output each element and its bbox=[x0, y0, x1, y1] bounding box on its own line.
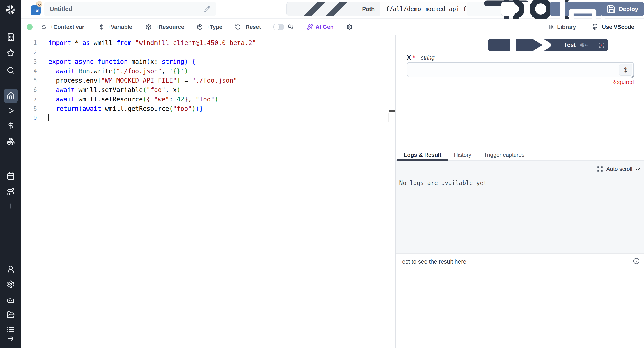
line-number: 3 bbox=[22, 58, 37, 65]
wand-sparkles-icon[interactable] bbox=[307, 24, 313, 30]
script-title: Untitled bbox=[50, 6, 204, 12]
line-number: 7 bbox=[22, 96, 37, 102]
library-icon[interactable] bbox=[548, 24, 554, 30]
sidebar-item-play-icon[interactable] bbox=[7, 106, 15, 115]
path-label: Path bbox=[362, 6, 374, 12]
add-variable-button[interactable]: +Variable bbox=[108, 24, 132, 30]
sidebar-item-gear-icon[interactable] bbox=[7, 280, 15, 288]
logs-area: Auto scroll No logs are available yet bbox=[396, 161, 644, 254]
run-panel: Test ⌘↵ X* string $ Required bbox=[395, 36, 644, 348]
add-resource-button[interactable]: +Resource bbox=[156, 24, 184, 30]
code-text: export async function main(x: string) { bbox=[37, 58, 196, 66]
sidebar-item-search-icon[interactable] bbox=[7, 66, 15, 74]
code-text: return(await wmill.getResource("foo"))} bbox=[37, 105, 203, 112]
code-text: process.env["WM_MOCKED_API_FILE"] = "./f… bbox=[37, 77, 237, 84]
library-button[interactable]: Library bbox=[557, 24, 576, 30]
windmill-script-editor: TS Untitled Path f/all/demo_mocked_api_f… bbox=[0, 0, 644, 348]
sidebar-item-calendar-icon[interactable] bbox=[7, 172, 15, 180]
sidebar-item-star-icon[interactable] bbox=[7, 49, 15, 57]
code-line-8[interactable]: 8 return(await wmill.getResource("foo"))… bbox=[22, 104, 395, 113]
tab-trigger-captures[interactable]: Trigger captures bbox=[478, 149, 531, 160]
sidebar-item-user-icon[interactable] bbox=[7, 265, 15, 273]
script-title-field[interactable]: Untitled bbox=[44, 2, 216, 16]
sidebar-item-building-icon[interactable] bbox=[7, 33, 15, 41]
code-text: await Bun.write("./foo.json", '{}') bbox=[37, 68, 188, 75]
sidebar-item-plus-icon[interactable] bbox=[7, 202, 15, 210]
package-icon[interactable] bbox=[197, 24, 203, 30]
sidebar-item-arrow-right-icon[interactable] bbox=[7, 334, 15, 343]
sidebar-item-boxes-icon[interactable] bbox=[7, 137, 15, 145]
save-icon bbox=[606, 4, 616, 14]
dollar-icon[interactable] bbox=[99, 24, 105, 30]
result-area: Test to see the result here bbox=[396, 254, 644, 348]
reset-icon[interactable] bbox=[235, 24, 241, 30]
sidebar-divider bbox=[0, 82, 22, 82]
windmill-logo-icon[interactable] bbox=[4, 4, 17, 16]
github-icon[interactable] bbox=[592, 24, 598, 30]
code-text: await wmill.setVariable("foo", x) bbox=[37, 86, 180, 94]
auto-scroll-label: Auto scroll bbox=[606, 166, 632, 172]
code-line-9[interactable]: 9 bbox=[22, 113, 395, 123]
capture-focus-button[interactable] bbox=[595, 39, 608, 51]
overview-ruler-cursor-mark bbox=[389, 110, 395, 112]
code-line-2[interactable]: 2 bbox=[22, 48, 395, 57]
code-line-7[interactable]: 7 await wmill.setResource({ "we": 42}, "… bbox=[22, 94, 395, 104]
info-icon[interactable] bbox=[633, 258, 640, 264]
arg-x-input-wrapper: $ bbox=[407, 62, 634, 77]
sidebar bbox=[0, 0, 22, 348]
code-line-1[interactable]: 1import * as wmill from "windmill-client… bbox=[22, 38, 395, 48]
code-lines[interactable]: 1import * as wmill from "windmill-client… bbox=[22, 38, 395, 123]
line-number: 4 bbox=[22, 68, 37, 74]
multiplayer-toggle[interactable] bbox=[273, 24, 284, 30]
editor-settings-gear-icon[interactable] bbox=[346, 24, 352, 30]
expand-logs-icon[interactable] bbox=[597, 166, 603, 172]
add-context-var-button[interactable]: +Context var bbox=[50, 24, 84, 30]
ai-gen-button[interactable]: AI Gen bbox=[316, 24, 334, 30]
use-vscode-button[interactable]: Use VScode bbox=[602, 24, 634, 30]
code-line-6[interactable]: 6 await wmill.setVariable("foo", x) bbox=[22, 85, 395, 94]
topbar: TS Untitled Path f/all/demo_mocked_api_f… bbox=[22, 0, 644, 18]
line-number: 1 bbox=[22, 40, 37, 46]
test-button[interactable]: Test ⌘↵ bbox=[488, 39, 594, 51]
reset-button[interactable]: Reset bbox=[246, 24, 261, 30]
tab-logs-result[interactable]: Logs & Result bbox=[398, 149, 448, 160]
sidebar-item-route-icon[interactable] bbox=[7, 188, 15, 196]
edit-path-pencil-icon bbox=[292, 2, 359, 16]
sidebar-item-list-icon[interactable] bbox=[7, 326, 15, 334]
line-number: 5 bbox=[22, 77, 37, 84]
path-button[interactable]: Path f/all/demo_mocked_api_file bbox=[286, 2, 483, 16]
result-tabs: Logs & ResultHistoryTrigger captures bbox=[396, 149, 644, 160]
code-line-3[interactable]: 3export async function main(x: string) { bbox=[22, 57, 395, 66]
auto-scroll-row: Auto scroll bbox=[597, 166, 641, 172]
required-warning: Required bbox=[407, 79, 634, 85]
auto-scroll-checkbox[interactable] bbox=[636, 166, 641, 172]
edit-title-pencil-icon[interactable] bbox=[204, 6, 210, 12]
sidebar-item-dollar-icon[interactable] bbox=[7, 122, 15, 130]
package-icon[interactable] bbox=[146, 24, 152, 30]
arg-x-input[interactable] bbox=[407, 63, 634, 76]
tab-history[interactable]: History bbox=[448, 149, 478, 160]
sidebar-item-bot-icon[interactable] bbox=[7, 296, 15, 304]
sidebar-item-home-icon[interactable] bbox=[7, 92, 15, 100]
editor-toolbar: +Context var +Variable +Resource +Type R… bbox=[22, 18, 644, 36]
required-asterisk: * bbox=[413, 54, 415, 61]
resize-grip-icon[interactable] bbox=[630, 74, 634, 78]
code-editor[interactable]: 1import * as wmill from "windmill-client… bbox=[22, 36, 395, 348]
logs-empty-text: No logs are available yet bbox=[399, 180, 487, 186]
deploy-button[interactable]: Deploy bbox=[600, 2, 644, 16]
overview-ruler[interactable] bbox=[389, 36, 389, 348]
dollar-icon[interactable] bbox=[41, 24, 47, 30]
line-number: 8 bbox=[22, 105, 37, 112]
line-number: 6 bbox=[22, 86, 37, 93]
add-type-button[interactable]: +Type bbox=[206, 24, 222, 30]
code-line-4[interactable]: 4 await Bun.write("./foo.json", '{}') bbox=[22, 66, 395, 76]
arg-type: string bbox=[421, 54, 435, 61]
line-number: 2 bbox=[22, 49, 37, 56]
sidebar-item-folder-open-icon[interactable] bbox=[7, 311, 15, 319]
code-line-5[interactable]: 5 process.env["WM_MOCKED_API_FILE"] = ".… bbox=[22, 76, 395, 85]
status-dot bbox=[27, 24, 33, 30]
users-icon[interactable] bbox=[287, 24, 293, 30]
focus-capture-icon bbox=[598, 42, 604, 48]
bun-runtime-icon bbox=[36, 1, 42, 7]
test-shortcut: ⌘↵ bbox=[579, 42, 589, 48]
